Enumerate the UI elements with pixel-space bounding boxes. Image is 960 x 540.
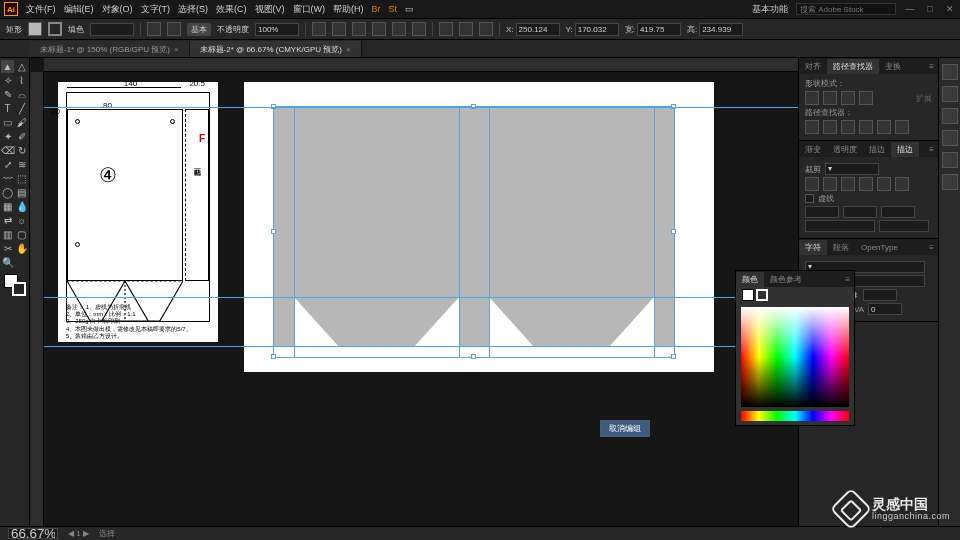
menu-window[interactable]: 窗口(W) (293, 3, 326, 16)
align-bottom-icon[interactable] (412, 22, 426, 36)
arrow-start-dropdown[interactable] (805, 220, 875, 232)
stroke-weight-input[interactable] (90, 23, 134, 36)
color-spectrum[interactable] (741, 307, 849, 407)
align-right-icon[interactable] (352, 22, 366, 36)
lasso-tool[interactable]: ⌇ (15, 74, 28, 87)
join-round-icon[interactable] (877, 177, 891, 191)
menu-help[interactable]: 帮助(H) (333, 3, 364, 16)
back-panel[interactable] (489, 107, 654, 297)
type-tool[interactable]: T (1, 102, 14, 115)
dash-checkbox[interactable] (805, 194, 814, 203)
scale-tool[interactable]: ⤢ (1, 158, 14, 171)
zoom-tool[interactable]: 🔍 (1, 256, 14, 269)
search-input[interactable] (796, 3, 896, 15)
shaper-tool[interactable]: ✦ (1, 130, 14, 143)
gap-1-input[interactable] (843, 206, 877, 218)
direct-tool[interactable]: △ (15, 60, 28, 73)
isolate-icon[interactable] (479, 22, 493, 36)
fill-stroke-swatch[interactable] (4, 274, 26, 296)
cap-round-icon[interactable] (823, 177, 837, 191)
panel-menu-icon[interactable]: ≡ (925, 62, 938, 71)
arrange-icon[interactable]: ▭ (405, 4, 414, 14)
select-tool[interactable]: ▲ (1, 60, 14, 73)
tab-stroke[interactable]: 描边 (891, 142, 919, 157)
align-top-icon[interactable] (372, 22, 386, 36)
unite-icon[interactable] (805, 91, 819, 105)
menu-view[interactable]: 视图(V) (255, 3, 285, 16)
join-miter-icon[interactable] (859, 177, 873, 191)
merge-icon[interactable] (841, 120, 855, 134)
brush-tool[interactable]: 🖌 (15, 116, 28, 129)
opacity-input[interactable] (255, 23, 299, 36)
warp-tool[interactable]: 〰 (1, 172, 14, 185)
glue-flap[interactable] (274, 107, 294, 297)
wand-tool[interactable]: ✧ (1, 74, 14, 87)
stroke-indicator[interactable] (756, 289, 768, 301)
outline-icon[interactable] (877, 120, 891, 134)
crop-icon[interactable] (859, 120, 873, 134)
brushdef-icon[interactable] (167, 22, 181, 36)
slice-tool[interactable]: ✂ (1, 242, 14, 255)
divide-icon[interactable] (805, 120, 819, 134)
close-icon[interactable]: × (174, 45, 179, 54)
window-close[interactable]: ✕ (944, 4, 956, 14)
zoom-input[interactable] (8, 528, 58, 539)
expand-button[interactable]: 扩展 (916, 93, 932, 104)
menu-object[interactable]: 对象(O) (102, 3, 133, 16)
collapsed-属性-icon[interactable] (942, 64, 958, 80)
pencil-tool[interactable]: ✐ (15, 130, 28, 143)
artb-tool[interactable]: ▢ (15, 228, 28, 241)
panel-menu-icon[interactable]: ≡ (841, 275, 854, 284)
tab-color[interactable]: 颜色 (736, 272, 764, 287)
fill-swatch-button[interactable] (28, 22, 42, 36)
menu-file[interactable]: 文件(F) (26, 3, 56, 16)
width-tool[interactable]: ≋ (15, 158, 28, 171)
symbol-tool[interactable]: ☼ (15, 214, 28, 227)
ruler-vertical[interactable] (30, 72, 44, 526)
collapsed-画笔-icon[interactable] (942, 108, 958, 124)
hue-bar[interactable] (741, 411, 849, 421)
hand-tool[interactable]: ✋ (15, 242, 28, 255)
eraser-tool[interactable]: ⌫ (1, 144, 14, 157)
tab-paragraph[interactable]: 段落 (827, 240, 855, 255)
cap-butt-icon[interactable] (805, 177, 819, 191)
fill-indicator[interactable] (742, 289, 754, 301)
collapsed-符号-icon[interactable] (942, 130, 958, 146)
reference-artboard[interactable]: 140 20.5 20 80 F 粘贴面 ④ (58, 82, 218, 342)
cut-dropdown[interactable]: ▾ (825, 163, 879, 175)
eyedrop-tool[interactable]: 💧 (15, 200, 28, 213)
canvas-area[interactable]: 140 20.5 20 80 F 粘贴面 ④ (30, 58, 798, 526)
bridge-icon[interactable]: Br (372, 4, 381, 14)
dash-1-input[interactable] (805, 206, 839, 218)
box-dieline-group[interactable] (274, 107, 674, 357)
minus-back-icon[interactable] (895, 120, 909, 134)
tab-transparency2[interactable]: 描边 (863, 142, 891, 157)
window-maximize[interactable]: □ (924, 4, 936, 14)
tab-opentype[interactable]: OpenType (855, 241, 904, 254)
collapsed-色板-icon[interactable] (942, 152, 958, 168)
tab-transform[interactable]: 变换 (879, 59, 907, 74)
vstroke-icon[interactable] (147, 22, 161, 36)
tab-color-guide[interactable]: 颜色参考 (764, 272, 808, 287)
style-label[interactable]: 基本 (187, 23, 211, 36)
arrow-end-dropdown[interactable] (879, 220, 929, 232)
front-panel[interactable] (294, 107, 459, 297)
main-artboard[interactable] (244, 82, 714, 372)
stroke-swatch-button[interactable] (48, 22, 62, 36)
transform-icon[interactable] (459, 22, 473, 36)
curv-tool[interactable]: ⌓ (15, 88, 28, 101)
x-input[interactable] (516, 23, 560, 36)
color-panel[interactable]: 颜色 颜色参考 ≡ (735, 270, 855, 426)
stock-icon[interactable]: St (389, 4, 398, 14)
align-left-icon[interactable] (312, 22, 326, 36)
graph-tool[interactable]: ▥ (1, 228, 14, 241)
panel-menu-icon[interactable]: ≡ (925, 243, 938, 252)
shape-mode-icon[interactable] (439, 22, 453, 36)
y-input[interactable] (575, 23, 619, 36)
leading-input[interactable] (863, 289, 897, 301)
tab-gradient[interactable]: 渐变 (799, 142, 827, 157)
ruler-horizontal[interactable] (44, 58, 798, 72)
panel-menu-icon[interactable]: ≡ (925, 145, 938, 154)
bottom-flaps[interactable] (274, 297, 674, 357)
doc-tab-2[interactable]: 未标题-2* @ 66.67% (CMYK/GPU 预览)× (190, 41, 362, 57)
